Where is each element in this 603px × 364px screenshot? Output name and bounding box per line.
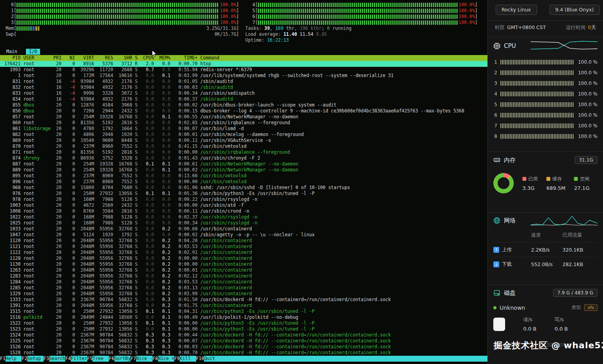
process-row[interactable]: 1128 root 20 0 2048M 55956 32768 S 0.0 0… — [0, 256, 487, 261]
disk-stat: 读/s0.0 B — [523, 316, 537, 332]
os-version-button[interactable]: 9.4 (Blue Onyx) — [550, 5, 600, 15]
timezone-label: 时区 — [495, 24, 505, 30]
process-row[interactable]: 1333 root 20 0 2367M 90784 56832 S 0.0 0… — [0, 297, 487, 303]
fkey-label[interactable]: Help — [6, 356, 22, 362]
cpu-meter: 0[100.0%] — [4, 2, 239, 8]
fkey-key[interactable]: F4 — [65, 356, 71, 362]
process-row[interactable]: 1003 root 20 0 4672 2560 2432 S 0.0 0.0 … — [0, 202, 487, 208]
process-row[interactable]: 857 root 20 0 254M 19328 16768 S 0.0 0.1… — [0, 114, 487, 120]
process-row[interactable]: 1993 root 20 0 39296 11720 2688 S 0.7 0.… — [0, 67, 487, 73]
process-row[interactable]: 1 root 20 0 172M 17564 10616 S 0.0 0.1 0… — [0, 73, 487, 79]
fkey-key[interactable]: F2 — [22, 356, 27, 362]
upload-icon: ↑ — [493, 247, 499, 253]
memory-legend: 已用3.3G缓存689.5M空闲27.1G — [522, 176, 589, 191]
process-row[interactable]: 1284 root 20 0 2048M 55956 32768 S 0.0 0… — [0, 279, 487, 285]
process-row[interactable]: 1283 root 20 0 2048M 55956 32768 S 0.0 0… — [0, 273, 487, 279]
process-row[interactable]: 869 root 20 0 19540 9600 8448 S 0.0 0.0 … — [0, 138, 487, 143]
process-row[interactable]: 1033 root 20 0 2048M 55956 32768 S 0.0 0… — [0, 226, 487, 232]
process-row[interactable]: 1522 root 20 0 250M 27932 13056 S 0.1 0.… — [0, 320, 487, 326]
process-row[interactable]: 870 root 20 0 237M 8960 7552 S 0.0 0.0 6… — [0, 143, 487, 149]
fkey-label[interactable]: Filter — [71, 356, 87, 362]
process-row[interactable]: 1263 root 20 0 2048M 55956 32768 S 0.0 0… — [0, 267, 487, 273]
process-row[interactable]: 1025 root 20 0 168M 7988 5128 S 0.0 0.0 … — [0, 220, 487, 226]
swap-meter-value: 0K/15.7G — [215, 31, 236, 37]
process-row[interactable]: 856 dbus 20 0 7208 2944 2432 S 0.0 0.0 0… — [0, 108, 487, 114]
process-row[interactable]: 896 root 20 0 237M 8960 7552 S 0.0 0.0 0… — [0, 179, 487, 185]
disk-usage-indicator — [493, 318, 505, 331]
process-table-header[interactable]: PID USER PRI NI VIRT RES SHR S CPU% MEM%… — [0, 55, 487, 61]
fkey-label[interactable]: Setup — [27, 356, 44, 362]
fkey-label[interactable]: Nice + — [158, 356, 175, 362]
process-row[interactable]: 968 root 20 0 15800 8704 7680 S 0.0 0.0 … — [0, 185, 487, 191]
disk-section: 磁盘 7.9 G / 483.9 G Unknown 类型xfs 读/s0.0 … — [488, 285, 603, 347]
process-row[interactable]: 1285 root 20 0 2048M 55956 32768 S 0.0 0… — [0, 285, 487, 291]
network-col-total: 已用流量 — [563, 232, 597, 239]
fkey-key[interactable]: F10 — [196, 356, 204, 362]
timezone-uptime-row: 时区GMT+0800 CST 运行时间0天 — [488, 24, 603, 31]
process-row[interactable]: 1329 root 20 0 2048M 55956 32768 S 0.0 0… — [0, 291, 487, 297]
process-row[interactable]: 1122 root 20 0 2048M 55956 32768 S 0.0 0… — [0, 250, 487, 256]
function-key-bar: F1Help F2Setup F3SearchF4FilterF5Tree F6… — [0, 356, 487, 362]
fkey-key[interactable]: F8 — [153, 356, 158, 362]
process-row[interactable]: 889 root 20 0 254M 19328 16768 S 0.0 0.1… — [0, 167, 487, 173]
process-row[interactable]: 1525 root 20 0 2367M 90784 56832 S 0.3 0… — [0, 338, 487, 344]
cpu-section: CPU 1100.0 %2100.0 %3100.0 %4100.0 %5100… — [488, 38, 603, 145]
process-row[interactable]: 1022 root 20 0 168M 7988 5128 S 0.0 0.0 … — [0, 214, 487, 220]
system-monitor-panel: Rocky Linux 9.4 (Blue Onyx) 时区GMT+0800 C… — [488, 0, 603, 364]
process-row[interactable]: 1120 root 20 0 2048M 55956 32768 S 0.0 0… — [0, 238, 487, 244]
process-row[interactable]: 1008 root 20 0 8760 3584 2816 S 0.0 0.0 … — [0, 208, 487, 214]
process-row[interactable]: 887 root 20 0 254M 19328 16768 S 0.1 0.1… — [0, 161, 487, 167]
fkey-key[interactable]: F1 — [0, 356, 6, 362]
fkey-key[interactable]: F5 — [87, 356, 93, 362]
process-row[interactable]: 1515 root 20 0 250M 27932 13056 S 0.1 0.… — [0, 309, 487, 314]
os-name-button[interactable]: Rocky Linux — [496, 5, 537, 15]
process-row[interactable]: 874 chrony 20 0 86936 3752 3328 S 0.0 0.… — [0, 155, 487, 161]
fkey-label[interactable]: Kill — [180, 356, 196, 362]
meters-left-column: 0[100.0%]1[100.0%]2[100.0%]3[100.0%] Mem… — [4, 2, 239, 37]
fkey-label[interactable]: Nice - — [136, 356, 153, 362]
network-section: 网络 速度 已用流量 ↑上传2.2KB/s320.1KB↓下载552.0B/s2… — [488, 212, 603, 271]
process-row[interactable]: 1130 root 20 0 2048M 55956 32768 S 0.0 0… — [0, 261, 487, 267]
process-row[interactable]: 861 libstorage 20 0 4780 1792 1664 S 0.0… — [0, 126, 487, 132]
disk-icon — [493, 289, 500, 296]
process-row[interactable]: 833 root 16 -4 9996 3328 3072 S 0.0 0.0 … — [0, 90, 487, 96]
tasks-line: Tasks: 39, 169 thr, 198 kthr; 0 running — [245, 26, 478, 31]
process-row[interactable]: 1121 root 20 0 2048M 55956 32768 S 0.0 0… — [0, 244, 487, 250]
process-row[interactable]: 831 root 16 -4 93984 4932 2176 S 0.0 0.0… — [0, 79, 487, 85]
network-sparkline — [531, 213, 597, 228]
memory-meter-label: Mem — [4, 26, 14, 31]
uptime-value: 0 — [588, 24, 591, 30]
process-row[interactable]: 1523 root 20 0 250M 27932 13056 S 0.0 0.… — [0, 326, 487, 332]
fkey-key[interactable]: F3 — [44, 356, 49, 362]
network-table-header: 速度 已用流量 — [493, 229, 597, 242]
process-row[interactable]: 832 root 16 -4 93984 4932 2176 S 0.0 0.0… — [0, 85, 487, 90]
process-row[interactable]: 895 root 20 0 237M 8960 7552 S 0.0 0.0 0… — [0, 173, 487, 179]
process-row[interactable]: 1516 polkitd 20 0 2849M 24844 18560 S 0.… — [0, 314, 487, 320]
process-row[interactable]: 871 root 20 0 81356 5192 2816 S 0.0 0.0 … — [0, 149, 487, 155]
process-row[interactable]: 1524 root 20 0 2367M 90784 56832 S 0.3 0… — [0, 332, 487, 338]
fkey-label[interactable]: SortBy — [114, 356, 131, 362]
cpu-meter: 3[100.0%] — [4, 20, 239, 26]
fkey-label[interactable]: Tree — [92, 356, 109, 362]
process-row[interactable]: 176421 root 20 0 8916 5376 3712 R 2.0 0.… — [0, 61, 487, 67]
fkey-key[interactable]: F9 — [174, 356, 180, 362]
network-row: ↓下载552.0B/s282.1KB — [493, 257, 597, 271]
fkey-label[interactable]: Search — [49, 356, 66, 362]
process-row[interactable]: 855 dbus 20 0 12876 4584 3968 S 0.0 0.0 … — [0, 102, 487, 108]
process-row[interactable]: 1526 root 20 0 2367M 90784 56832 S 0.3 0… — [0, 344, 487, 350]
fkey-label[interactable]: Quit — [204, 356, 487, 362]
tab-io[interactable]: I/O — [26, 49, 40, 55]
memory-donut-chart — [493, 173, 514, 193]
process-row[interactable]: 862 root 20 0 4896 2048 1920 S 0.0 0.0 0… — [0, 132, 487, 138]
process-row[interactable]: 978 root 20 0 168M 7988 5128 S 0.0 0.0 0… — [0, 197, 487, 202]
process-row[interactable]: 1391 root 20 0 2048M 55956 32768 S 0.0 0… — [0, 303, 487, 309]
fkey-key[interactable]: F7 — [131, 356, 136, 362]
process-row[interactable]: 976 root 20 0 250M 27932 13056 S 0.1 0.1… — [0, 191, 487, 197]
process-row[interactable]: 1528 root 20 0 2367M 90784 56832 S 0.3 0… — [0, 350, 487, 356]
process-row[interactable]: 860 root 20 0 81356 5192 2816 S 0.0 0.0 … — [0, 120, 487, 126]
fkey-key[interactable]: F6 — [109, 356, 114, 362]
process-row[interactable]: 834 root 16 -4 93984 4932 2176 S 0.0 0.0… — [0, 96, 487, 102]
disk-usage-badge: 7.9 G / 483.9 G — [553, 289, 597, 297]
tab-main[interactable]: Main — [4, 49, 20, 55]
process-row[interactable]: 1047 root 20 0 5124 1920 1792 S 0.0 0.0 … — [0, 232, 487, 238]
